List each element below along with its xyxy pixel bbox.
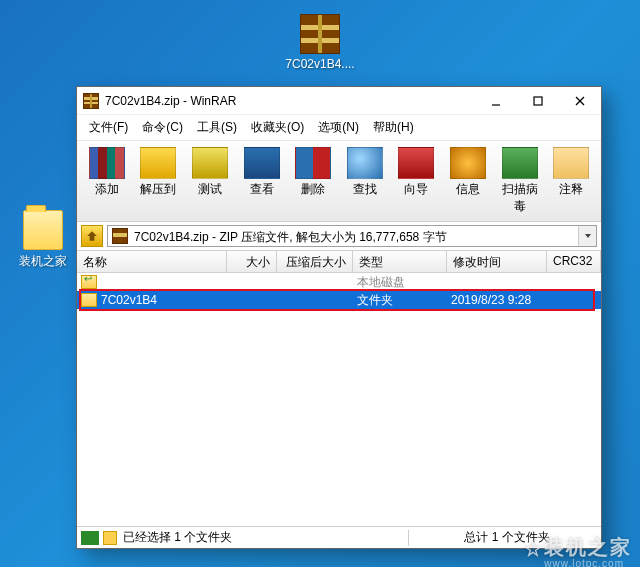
desktop-archive-icon[interactable]: 7C02v1B4....	[285, 14, 355, 71]
toolbar: 添加 解压到 测试 查看 删除 查找 向导 信息 扫描病毒 注释	[77, 141, 601, 222]
folder-icon	[23, 210, 63, 250]
desktop-folder-label: 装机之家	[8, 253, 78, 270]
row-name: 7C02v1B4	[101, 293, 231, 307]
path-dropdown-button[interactable]	[578, 226, 596, 246]
col-type[interactable]: 类型	[353, 251, 447, 272]
watermark-url: www.lotpc.com	[544, 558, 624, 567]
path-archive-icon	[112, 228, 128, 244]
info-button[interactable]: 信息	[442, 145, 494, 217]
up-row-type: 本地磁盘	[357, 274, 451, 291]
menu-help[interactable]: 帮助(H)	[367, 117, 420, 138]
folder-icon	[81, 293, 97, 307]
menu-favorites[interactable]: 收藏夹(O)	[245, 117, 310, 138]
desktop-archive-label: 7C02v1B4....	[285, 57, 355, 71]
test-icon	[192, 147, 228, 179]
close-button[interactable]	[559, 87, 601, 115]
star-icon: ☆	[524, 537, 544, 561]
folder-up-icon	[81, 275, 97, 289]
col-size[interactable]: 大小	[227, 251, 277, 272]
file-list[interactable]: 本地磁盘 7C02v1B4 文件夹 2019/8/23 9:28	[77, 273, 601, 526]
test-button[interactable]: 测试	[184, 145, 236, 217]
winrar-window: 7C02v1B4.zip - WinRAR 文件(F) 命令(C) 工具(S) …	[76, 86, 602, 549]
extract-icon	[140, 147, 176, 179]
add-button[interactable]: 添加	[81, 145, 133, 217]
winrar-file-icon	[300, 14, 340, 54]
add-icon	[89, 147, 125, 179]
info-icon	[450, 147, 486, 179]
app-icon	[83, 93, 99, 109]
maximize-button[interactable]	[517, 87, 559, 115]
find-icon	[347, 147, 383, 179]
view-icon	[244, 147, 280, 179]
menubar: 文件(F) 命令(C) 工具(S) 收藏夹(O) 选项(N) 帮助(H)	[77, 115, 601, 141]
wizard-button[interactable]: 向导	[391, 145, 443, 217]
comment-button[interactable]: 注释	[545, 145, 597, 217]
parent-folder-row[interactable]: 本地磁盘	[77, 273, 601, 291]
row-modified: 2019/8/23 9:28	[451, 293, 551, 307]
up-button[interactable]	[81, 225, 103, 247]
scan-button[interactable]: 扫描病毒	[494, 145, 546, 217]
comment-icon	[553, 147, 589, 179]
file-row-selected[interactable]: 7C02v1B4 文件夹 2019/8/23 9:28	[77, 291, 601, 309]
pathbar: 7C02v1B4.zip - ZIP 压缩文件, 解包大小为 16,777,65…	[77, 222, 601, 251]
status-folder-icon	[103, 531, 117, 545]
path-field[interactable]: 7C02v1B4.zip - ZIP 压缩文件, 解包大小为 16,777,65…	[107, 225, 597, 247]
view-button[interactable]: 查看	[236, 145, 288, 217]
col-packed[interactable]: 压缩后大小	[277, 251, 353, 272]
delete-button[interactable]: 删除	[287, 145, 339, 217]
menu-options[interactable]: 选项(N)	[312, 117, 365, 138]
col-crc[interactable]: CRC32	[547, 251, 601, 272]
status-lock-icon	[81, 531, 99, 545]
col-name[interactable]: 名称	[77, 251, 227, 272]
titlebar: 7C02v1B4.zip - WinRAR	[77, 87, 601, 115]
list-header: 名称 大小 压缩后大小 类型 修改时间 CRC32	[77, 251, 601, 273]
minimize-button[interactable]	[475, 87, 517, 115]
row-type: 文件夹	[357, 292, 451, 309]
col-modified[interactable]: 修改时间	[447, 251, 547, 272]
path-text: 7C02v1B4.zip - ZIP 压缩文件, 解包大小为 16,777,65…	[134, 229, 447, 246]
svg-rect-1	[534, 97, 542, 105]
wizard-icon	[398, 147, 434, 179]
statusbar: 已经选择 1 个文件夹 总计 1 个文件夹	[77, 526, 601, 548]
find-button[interactable]: 查找	[339, 145, 391, 217]
delete-icon	[295, 147, 331, 179]
extract-button[interactable]: 解压到	[133, 145, 185, 217]
desktop-folder-icon[interactable]: 装机之家	[8, 210, 78, 270]
menu-file[interactable]: 文件(F)	[83, 117, 134, 138]
window-title: 7C02v1B4.zip - WinRAR	[105, 94, 475, 108]
menu-command[interactable]: 命令(C)	[136, 117, 189, 138]
scan-icon	[502, 147, 538, 179]
menu-tools[interactable]: 工具(S)	[191, 117, 243, 138]
watermark: ☆装机之家	[524, 534, 632, 561]
status-left: 已经选择 1 个文件夹	[123, 529, 400, 546]
